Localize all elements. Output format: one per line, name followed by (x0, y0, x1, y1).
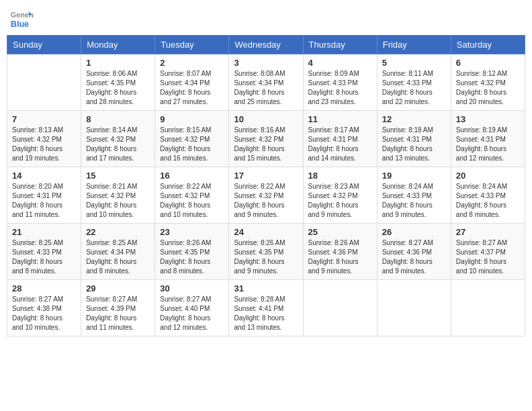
day-info: Sunrise: 8:27 AM Sunset: 4:40 PM Dayligh… (160, 295, 224, 332)
day-info: Sunrise: 8:28 AM Sunset: 4:41 PM Dayligh… (234, 295, 298, 332)
day-info: Sunrise: 8:21 AM Sunset: 4:32 PM Dayligh… (86, 182, 150, 220)
day-number: 31 (234, 283, 298, 293)
calendar-cell: 14Sunrise: 8:20 AM Sunset: 4:31 PM Dayli… (7, 167, 81, 224)
day-number: 16 (160, 171, 224, 181)
day-number: 13 (456, 114, 520, 124)
calendar-cell: 4Sunrise: 8:09 AM Sunset: 4:33 PM Daylig… (303, 54, 377, 111)
day-number: 29 (86, 283, 150, 293)
day-info: Sunrise: 8:18 AM Sunset: 4:31 PM Dayligh… (382, 126, 446, 163)
day-number: 23 (160, 227, 224, 237)
day-number: 21 (12, 227, 76, 237)
day-info: Sunrise: 8:26 AM Sunset: 4:36 PM Dayligh… (308, 238, 372, 276)
day-info: Sunrise: 8:27 AM Sunset: 4:36 PM Dayligh… (382, 238, 446, 276)
day-number: 18 (308, 171, 372, 181)
weekday-header-tuesday: Tuesday (155, 36, 229, 54)
day-number: 27 (456, 227, 520, 237)
calendar-cell: 27Sunrise: 8:27 AM Sunset: 4:37 PM Dayli… (451, 224, 525, 280)
day-info: Sunrise: 8:15 AM Sunset: 4:32 PM Dayligh… (160, 126, 224, 163)
weekday-header-row: SundayMondayTuesdayWednesdayThursdayFrid… (7, 36, 525, 54)
day-number: 9 (160, 114, 224, 124)
day-info: Sunrise: 8:27 AM Sunset: 4:38 PM Dayligh… (12, 295, 76, 332)
calendar-cell: 2Sunrise: 8:07 AM Sunset: 4:34 PM Daylig… (155, 54, 229, 111)
day-info: Sunrise: 8:22 AM Sunset: 4:32 PM Dayligh… (160, 182, 224, 220)
day-info: Sunrise: 8:09 AM Sunset: 4:33 PM Dayligh… (308, 69, 372, 107)
day-info: Sunrise: 8:23 AM Sunset: 4:32 PM Dayligh… (308, 182, 372, 220)
calendar-cell (7, 54, 81, 111)
day-info: Sunrise: 8:12 AM Sunset: 4:32 PM Dayligh… (456, 69, 520, 107)
day-number: 3 (234, 58, 298, 68)
calendar-cell: 26Sunrise: 8:27 AM Sunset: 4:36 PM Dayli… (377, 224, 451, 280)
calendar-cell: 16Sunrise: 8:22 AM Sunset: 4:32 PM Dayli… (155, 167, 229, 224)
day-info: Sunrise: 8:19 AM Sunset: 4:31 PM Dayligh… (456, 126, 520, 163)
weekday-header-thursday: Thursday (303, 36, 377, 54)
calendar-cell: 23Sunrise: 8:26 AM Sunset: 4:35 PM Dayli… (155, 224, 229, 280)
day-info: Sunrise: 8:11 AM Sunset: 4:33 PM Dayligh… (382, 69, 446, 107)
logo: General Blue (9, 7, 34, 31)
day-number: 30 (160, 283, 224, 293)
calendar-cell: 10Sunrise: 8:16 AM Sunset: 4:32 PM Dayli… (229, 111, 303, 167)
calendar-cell: 1Sunrise: 8:06 AM Sunset: 4:35 PM Daylig… (81, 54, 155, 111)
day-number: 15 (86, 171, 150, 181)
day-info: Sunrise: 8:27 AM Sunset: 4:39 PM Dayligh… (86, 295, 150, 332)
weekday-header-friday: Friday (377, 36, 451, 54)
day-info: Sunrise: 8:14 AM Sunset: 4:32 PM Dayligh… (86, 126, 150, 163)
weekday-header-sunday: Sunday (7, 36, 81, 54)
calendar-cell: 12Sunrise: 8:18 AM Sunset: 4:31 PM Dayli… (377, 111, 451, 167)
calendar-cell: 7Sunrise: 8:13 AM Sunset: 4:32 PM Daylig… (7, 111, 81, 167)
calendar-cell (377, 280, 451, 336)
logo-icon: General Blue (9, 7, 34, 31)
day-number: 28 (12, 283, 76, 293)
day-info: Sunrise: 8:13 AM Sunset: 4:32 PM Dayligh… (12, 126, 76, 163)
day-number: 22 (86, 227, 150, 237)
day-info: Sunrise: 8:16 AM Sunset: 4:32 PM Dayligh… (234, 126, 298, 163)
calendar-cell: 21Sunrise: 8:25 AM Sunset: 4:33 PM Dayli… (7, 224, 81, 280)
week-row-4: 21Sunrise: 8:25 AM Sunset: 4:33 PM Dayli… (7, 224, 525, 280)
day-number: 19 (382, 171, 446, 181)
day-number: 1 (86, 58, 150, 68)
day-number: 26 (382, 227, 446, 237)
day-info: Sunrise: 8:24 AM Sunset: 4:33 PM Dayligh… (382, 182, 446, 220)
day-number: 10 (234, 114, 298, 124)
day-info: Sunrise: 8:22 AM Sunset: 4:32 PM Dayligh… (234, 182, 298, 220)
day-info: Sunrise: 8:26 AM Sunset: 4:35 PM Dayligh… (160, 238, 224, 276)
day-number: 7 (12, 114, 76, 124)
day-number: 2 (160, 58, 224, 68)
day-info: Sunrise: 8:06 AM Sunset: 4:35 PM Dayligh… (86, 69, 150, 107)
day-number: 12 (382, 114, 446, 124)
calendar-cell: 6Sunrise: 8:12 AM Sunset: 4:32 PM Daylig… (451, 54, 525, 111)
calendar-cell: 25Sunrise: 8:26 AM Sunset: 4:36 PM Dayli… (303, 224, 377, 280)
day-info: Sunrise: 8:07 AM Sunset: 4:34 PM Dayligh… (160, 69, 224, 107)
week-row-1: 1Sunrise: 8:06 AM Sunset: 4:35 PM Daylig… (7, 54, 525, 111)
day-info: Sunrise: 8:25 AM Sunset: 4:34 PM Dayligh… (86, 238, 150, 276)
day-number: 5 (382, 58, 446, 68)
svg-text:Blue: Blue (11, 19, 29, 29)
calendar-cell (303, 280, 377, 336)
day-number: 17 (234, 171, 298, 181)
day-number: 25 (308, 227, 372, 237)
day-info: Sunrise: 8:17 AM Sunset: 4:31 PM Dayligh… (308, 126, 372, 163)
calendar-cell: 24Sunrise: 8:26 AM Sunset: 4:35 PM Dayli… (229, 224, 303, 280)
calendar-cell: 31Sunrise: 8:28 AM Sunset: 4:41 PM Dayli… (229, 280, 303, 336)
calendar: SundayMondayTuesdayWednesdayThursdayFrid… (7, 35, 525, 336)
day-number: 14 (12, 171, 76, 181)
day-number: 20 (456, 171, 520, 181)
week-row-2: 7Sunrise: 8:13 AM Sunset: 4:32 PM Daylig… (7, 111, 525, 167)
calendar-cell: 22Sunrise: 8:25 AM Sunset: 4:34 PM Dayli… (81, 224, 155, 280)
weekday-header-wednesday: Wednesday (229, 36, 303, 54)
day-info: Sunrise: 8:24 AM Sunset: 4:33 PM Dayligh… (456, 182, 520, 220)
day-number: 24 (234, 227, 298, 237)
day-number: 6 (456, 58, 520, 68)
week-row-3: 14Sunrise: 8:20 AM Sunset: 4:31 PM Dayli… (7, 167, 525, 224)
weekday-header-saturday: Saturday (451, 36, 525, 54)
calendar-cell: 29Sunrise: 8:27 AM Sunset: 4:39 PM Dayli… (81, 280, 155, 336)
calendar-cell: 18Sunrise: 8:23 AM Sunset: 4:32 PM Dayli… (303, 167, 377, 224)
day-info: Sunrise: 8:25 AM Sunset: 4:33 PM Dayligh… (12, 238, 76, 276)
calendar-cell: 19Sunrise: 8:24 AM Sunset: 4:33 PM Dayli… (377, 167, 451, 224)
header: General Blue (7, 7, 525, 31)
calendar-cell: 13Sunrise: 8:19 AM Sunset: 4:31 PM Dayli… (451, 111, 525, 167)
calendar-cell: 9Sunrise: 8:15 AM Sunset: 4:32 PM Daylig… (155, 111, 229, 167)
calendar-cell (451, 280, 525, 336)
day-number: 4 (308, 58, 372, 68)
day-info: Sunrise: 8:20 AM Sunset: 4:31 PM Dayligh… (12, 182, 76, 220)
calendar-cell: 15Sunrise: 8:21 AM Sunset: 4:32 PM Dayli… (81, 167, 155, 224)
